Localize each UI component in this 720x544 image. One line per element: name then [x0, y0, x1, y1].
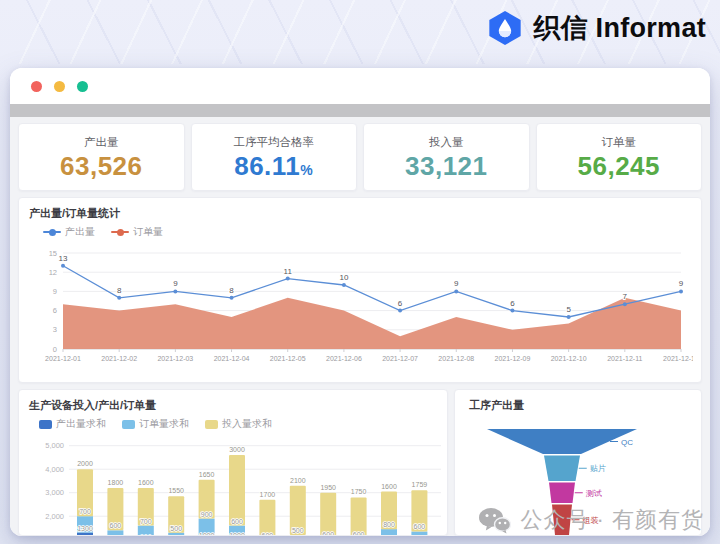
dashboard-content: 产出量 63,526 工序平均合格率 86.11% 投入量 33,121 订单量…: [10, 117, 710, 536]
svg-text:900: 900: [140, 534, 152, 536]
svg-text:1300: 1300: [77, 525, 93, 532]
svg-text:5: 5: [566, 305, 571, 314]
trend-chart-title: 产出量/订单量统计: [29, 206, 691, 221]
legend-marker: [39, 420, 52, 429]
legend-item[interactable]: 投入量求和: [205, 417, 272, 431]
svg-text:2000: 2000: [77, 460, 93, 467]
svg-text:1650: 1650: [199, 471, 215, 478]
svg-text:1600: 1600: [381, 483, 397, 490]
svg-text:0: 0: [53, 345, 57, 354]
svg-text:2021-12-07: 2021-12-07: [382, 355, 418, 362]
svg-text:7: 7: [623, 292, 628, 301]
kpi-card-input: 投入量 33,121: [363, 123, 530, 191]
svg-text:600: 600: [414, 523, 426, 530]
legend-label: 产出量求和: [56, 417, 106, 431]
svg-text:800: 800: [383, 521, 395, 528]
svg-text:1750: 1750: [351, 488, 367, 495]
svg-text:9: 9: [679, 279, 684, 288]
svg-text:700: 700: [79, 508, 91, 515]
svg-text:贴片: 贴片: [590, 464, 606, 473]
svg-text:6: 6: [53, 306, 57, 315]
svg-text:1950: 1950: [320, 484, 336, 491]
watermark-text: 公众号 · 有颜有货: [520, 505, 704, 535]
legend-label: 订单量: [133, 225, 163, 239]
svg-text:12: 12: [49, 268, 57, 277]
svg-text:15: 15: [49, 249, 57, 258]
svg-text:6: 6: [510, 299, 515, 308]
kpi-label: 工序平均合格率: [234, 135, 315, 150]
kpi-value: 86.11%: [234, 153, 313, 179]
window-toolbar: [10, 104, 710, 117]
svg-text:2021-12-11: 2021-12-11: [607, 355, 642, 362]
svg-text:10: 10: [339, 273, 348, 282]
svg-text:8: 8: [117, 286, 122, 295]
brand-logo: 织信 Informat: [486, 9, 706, 47]
svg-text:1000: 1000: [199, 532, 215, 536]
hexagon-droplet-icon: [486, 9, 524, 47]
svg-text:500: 500: [170, 525, 182, 532]
bar-chart-svg: 2,0003,0004,0005,00020007001300180060080…: [25, 431, 448, 536]
legend-marker: [43, 231, 61, 233]
legend-marker: [205, 420, 218, 429]
kpi-label: 订单量: [602, 135, 637, 150]
kpi-label: 投入量: [429, 135, 464, 150]
legend-marker: [111, 231, 129, 233]
svg-text:2021-12-09: 2021-12-09: [495, 355, 531, 362]
bar-chart-title: 生产设备投入/产出/订单量: [29, 398, 441, 413]
svg-text:2021-12-08: 2021-12-08: [438, 355, 474, 362]
svg-text:9: 9: [454, 279, 459, 288]
kpi-card-pass-rate: 工序平均合格率 86.11%: [191, 123, 358, 191]
legend-item[interactable]: 订单量求和: [122, 417, 189, 431]
svg-text:8: 8: [229, 286, 234, 295]
trend-chart-svg: 036912152021-12-012021-12-022021-12-0320…: [29, 239, 693, 377]
kpi-card-orders: 订单量 56,245: [536, 123, 703, 191]
svg-text:2021-12-03: 2021-12-03: [157, 355, 193, 362]
window-titlebar: [10, 68, 710, 104]
svg-text:600: 600: [353, 531, 365, 536]
watermark: 公众号 · 有颜有货: [478, 505, 704, 535]
svg-text:5,000: 5,000: [45, 441, 64, 450]
bar-chart-legend: 产出量求和订单量求和投入量求和: [39, 417, 441, 431]
svg-text:3,000: 3,000: [45, 488, 64, 497]
svg-text:2021-12-12: 2021-12-12: [663, 355, 693, 362]
svg-text:13: 13: [59, 254, 68, 263]
svg-text:1550: 1550: [168, 487, 184, 494]
trend-chart-card: 产出量/订单量统计 产出量订单量 036912152021-12-012021-…: [18, 197, 702, 383]
svg-text:2021-12-04: 2021-12-04: [214, 355, 250, 362]
legend-label: 投入量求和: [222, 417, 272, 431]
svg-text:1800: 1800: [108, 479, 124, 486]
svg-text:6: 6: [398, 299, 403, 308]
svg-text:2021-12-01: 2021-12-01: [45, 355, 81, 362]
svg-text:2021-12-06: 2021-12-06: [326, 355, 362, 362]
svg-text:500: 500: [292, 527, 304, 534]
svg-text:700: 700: [140, 518, 152, 525]
window-zoom-button[interactable]: [77, 81, 88, 92]
svg-text:9: 9: [173, 279, 178, 288]
svg-text:2,000: 2,000: [45, 512, 64, 521]
window-minimize-button[interactable]: [54, 81, 65, 92]
svg-text:600: 600: [322, 531, 334, 536]
window-close-button[interactable]: [31, 81, 42, 92]
svg-text:1600: 1600: [138, 479, 154, 486]
kpi-value: 33,121: [405, 153, 488, 179]
svg-text:2021-12-05: 2021-12-05: [270, 355, 306, 362]
legend-item[interactable]: 产出量: [43, 225, 95, 239]
funnel-chart-title: 工序产出量: [469, 398, 691, 413]
svg-text:600: 600: [231, 518, 243, 525]
brand-name: 织信 Informat: [533, 10, 706, 46]
kpi-row: 产出量 63,526 工序平均合格率 86.11% 投入量 33,121 订单量…: [18, 123, 702, 191]
kpi-value: 63,526: [60, 153, 143, 179]
kpi-card-output: 产出量 63,526: [18, 123, 185, 191]
svg-text:QC: QC: [621, 438, 633, 447]
legend-item[interactable]: 产出量求和: [39, 417, 106, 431]
wechat-icon: [478, 507, 511, 534]
kpi-label: 产出量: [84, 135, 119, 150]
svg-text:3: 3: [53, 325, 57, 334]
legend-label: 产出量: [65, 225, 95, 239]
svg-text:3000: 3000: [229, 446, 245, 453]
legend-item[interactable]: 订单量: [111, 225, 163, 239]
kpi-value: 56,245: [577, 153, 660, 179]
app-window: 产出量 63,526 工序平均合格率 86.11% 投入量 33,121 订单量…: [10, 68, 710, 536]
svg-text:1759: 1759: [412, 481, 428, 488]
svg-text:600: 600: [262, 532, 274, 536]
